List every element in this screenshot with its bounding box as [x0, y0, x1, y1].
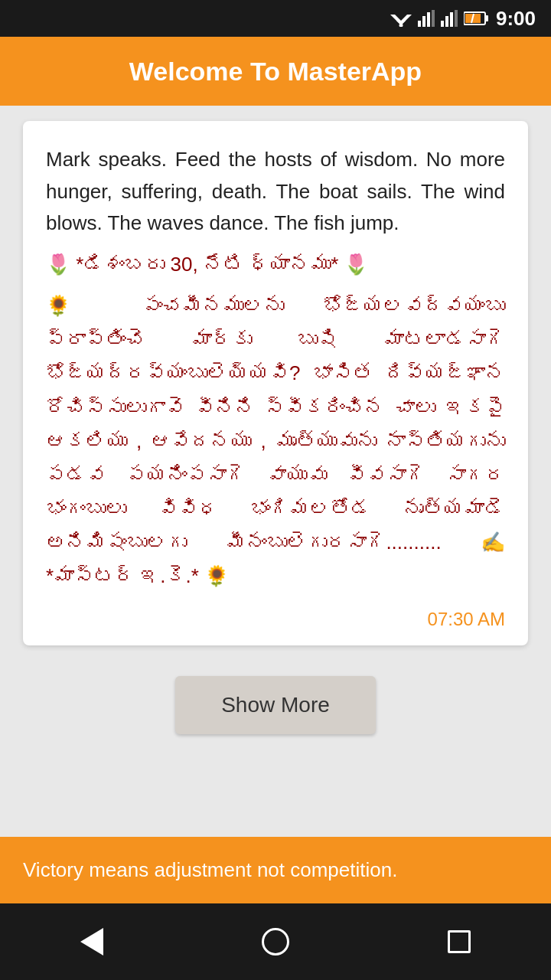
message-card: Mark speaks. Feed the hosts of wisdom. N… [23, 121, 528, 645]
svg-rect-6 [427, 12, 430, 27]
svg-rect-9 [445, 16, 448, 27]
signal-icon-2 [441, 10, 458, 27]
show-more-button[interactable]: Show More [175, 676, 376, 734]
svg-rect-4 [418, 21, 421, 27]
signal-icon [418, 10, 435, 27]
show-more-container: Show More [175, 676, 376, 734]
footer-text: Victory means adjustment not competition… [23, 858, 397, 881]
back-icon [80, 928, 103, 956]
battery-icon [464, 10, 488, 27]
wifi-icon [390, 10, 412, 27]
footer-banner: Victory means adjustment not competition… [0, 837, 551, 903]
message-telugu-body: 🌻 పంచమీనములను భోజ్యలవద్వయంబు ప్రాప్తించె… [46, 289, 505, 593]
svg-rect-8 [441, 21, 444, 27]
nav-back-button[interactable] [61, 911, 122, 972]
svg-rect-13 [485, 15, 488, 21]
message-timestamp: 07:30 AM [46, 609, 505, 630]
home-icon [262, 928, 289, 956]
main-content: Mark speaks. Feed the hosts of wisdom. N… [0, 106, 551, 837]
recents-icon [448, 930, 471, 953]
app-header: Welcome To MasterApp [0, 37, 551, 106]
app-title: Welcome To MasterApp [129, 57, 422, 87]
nav-recents-button[interactable] [429, 911, 490, 972]
svg-rect-5 [422, 16, 425, 27]
message-telugu-heading: 🌷 *డిశంబరు 30, నేటి ధ్యానము* 🌷 [46, 247, 505, 281]
message-english-text: Mark speaks. Feed the hosts of wisdom. N… [46, 144, 505, 240]
status-bar: 9:00 [0, 0, 551, 37]
status-icons [390, 10, 488, 27]
status-time: 9:00 [496, 7, 536, 31]
svg-rect-7 [432, 10, 435, 27]
nav-home-button[interactable] [245, 911, 306, 972]
nav-bar [0, 903, 551, 980]
svg-rect-11 [455, 10, 458, 27]
svg-rect-10 [450, 12, 453, 27]
